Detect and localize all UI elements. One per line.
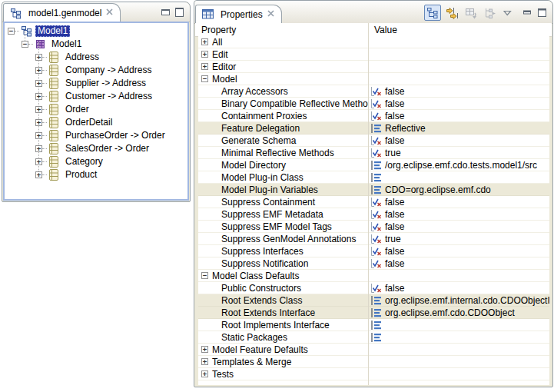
category-row-edit[interactable]: +Edit bbox=[198, 48, 549, 61]
tree-item-label[interactable]: Supplier -> Address bbox=[63, 78, 148, 89]
property-value-cell[interactable]: false bbox=[368, 98, 549, 109]
show-categories-icon[interactable] bbox=[424, 5, 441, 21]
property-value-cell[interactable] bbox=[368, 320, 549, 331]
tree-item-label[interactable]: Model1 bbox=[35, 25, 70, 37]
tree-item-company-address[interactable]: +Company -> Address bbox=[5, 64, 187, 77]
property-value-cell[interactable]: org.eclipse.emf.cdo.CDOObject bbox=[368, 307, 549, 318]
tree-item-order[interactable]: +Order bbox=[5, 103, 187, 116]
category-row-tests[interactable]: +Tests bbox=[198, 368, 549, 380]
expand-toggle[interactable]: + bbox=[35, 93, 42, 100]
expand-toggle[interactable]: + bbox=[35, 80, 42, 87]
expand-toggle[interactable]: + bbox=[35, 54, 42, 61]
property-value-cell[interactable]: false bbox=[368, 86, 549, 97]
property-value-cell[interactable]: CDO=org.eclipse.emf.cdo bbox=[368, 184, 549, 195]
tree-item-orderdetail[interactable]: +OrderDetail bbox=[5, 116, 187, 129]
property-value-cell[interactable]: false bbox=[368, 197, 549, 208]
tree-item-label[interactable]: Order bbox=[63, 104, 91, 115]
property-row-suppress-containment[interactable]: Suppress Containmentfalse bbox=[198, 196, 549, 208]
property-value-cell[interactable]: false bbox=[368, 209, 549, 220]
property-row-root-implements-interface[interactable]: Root Implements Interface bbox=[198, 319, 549, 331]
tree-item-label[interactable]: Customer -> Address bbox=[63, 91, 154, 102]
property-row-minimal-reflective-methods[interactable]: Minimal Reflective Methodstrue bbox=[198, 147, 549, 159]
property-value-cell[interactable]: true bbox=[368, 148, 549, 158]
property-value-cell[interactable]: false bbox=[368, 283, 549, 294]
tree-item-label[interactable]: PurchaseOrder -> Order bbox=[63, 130, 168, 141]
tree-item-model1[interactable]: −Model1 bbox=[5, 38, 187, 51]
maximize-icon[interactable] bbox=[175, 8, 184, 17]
expand-toggle[interactable]: + bbox=[35, 132, 42, 139]
expand-toggle[interactable]: + bbox=[201, 346, 208, 353]
property-row-suppress-emf-metadata[interactable]: Suppress EMF Metadatafalse bbox=[198, 208, 549, 221]
close-icon[interactable] bbox=[267, 9, 275, 20]
expand-toggle[interactable]: + bbox=[35, 158, 42, 165]
property-value-cell[interactable]: false bbox=[368, 258, 549, 269]
property-value-cell[interactable]: false bbox=[368, 135, 549, 146]
property-value-cell[interactable]: Reflective bbox=[368, 123, 549, 134]
tree-item-label[interactable]: Model1 bbox=[49, 38, 84, 50]
expand-toggle[interactable]: + bbox=[201, 38, 208, 45]
property-row-model-plug-in-class[interactable]: Model Plug-in Class bbox=[198, 171, 549, 184]
tree-item-label[interactable]: Category bbox=[63, 156, 105, 168]
expand-toggle[interactable]: + bbox=[201, 370, 208, 377]
property-row-suppress-genmodel-annotations[interactable]: Suppress GenModel Annotationstrue bbox=[198, 233, 549, 245]
maximize-icon[interactable] bbox=[536, 5, 548, 21]
tree-item-address[interactable]: +Address bbox=[5, 51, 187, 64]
property-value-cell[interactable]: org.eclipse.emf.internal.cdo.CDOObjectIm… bbox=[368, 295, 549, 306]
property-row-binary-compatible-reflective-methods[interactable]: Binary Compatible Reflective Methodsfals… bbox=[198, 98, 549, 110]
tree-item-label[interactable]: SalesOrder -> Order bbox=[63, 143, 151, 154]
minimize-icon[interactable] bbox=[521, 5, 533, 21]
property-row-containment-proxies[interactable]: Containment Proxiesfalse bbox=[198, 110, 549, 122]
expand-toggle[interactable]: − bbox=[22, 41, 28, 48]
expand-toggle[interactable]: + bbox=[201, 63, 208, 70]
property-row-static-packages[interactable]: Static Packages bbox=[198, 331, 549, 344]
property-row-root-extends-interface[interactable]: Root Extends Interfaceorg.eclipse.emf.cd… bbox=[198, 307, 549, 319]
tab-properties[interactable]: Properties bbox=[195, 5, 282, 24]
property-row-suppress-emf-model-tags[interactable]: Suppress EMF Model Tagsfalse bbox=[198, 221, 549, 233]
property-value-cell[interactable] bbox=[368, 332, 549, 343]
tree-item-customer-address[interactable]: +Customer -> Address bbox=[5, 90, 187, 103]
property-value-cell[interactable] bbox=[368, 172, 549, 183]
category-row-all[interactable]: +All bbox=[198, 36, 549, 48]
property-row-feature-delegation[interactable]: Feature DelegationReflective bbox=[198, 122, 549, 135]
tree-item-purchaseorder-order[interactable]: +PurchaseOrder -> Order bbox=[5, 129, 187, 142]
category-row-model-feature-defaults[interactable]: +Model Feature Defaults bbox=[198, 344, 549, 356]
property-value-cell[interactable]: true bbox=[368, 234, 549, 244]
property-value-cell[interactable]: false bbox=[368, 221, 549, 232]
expand-toggle[interactable]: + bbox=[35, 119, 42, 126]
column-header-value[interactable]: Value bbox=[369, 25, 397, 35]
expand-toggle[interactable]: + bbox=[35, 171, 42, 178]
tree-item-category[interactable]: +Category bbox=[5, 155, 187, 168]
view-menu-icon[interactable] bbox=[501, 5, 513, 21]
expand-toggle[interactable]: + bbox=[201, 51, 208, 58]
property-row-model-plug-in-variables[interactable]: Model Plug-in VariablesCDO=org.eclipse.e… bbox=[198, 184, 549, 196]
tree-item-label[interactable]: Address bbox=[63, 51, 101, 63]
property-value-cell[interactable]: false bbox=[368, 246, 549, 257]
category-row-editor[interactable]: +Editor bbox=[198, 61, 549, 73]
minimize-icon[interactable] bbox=[161, 9, 170, 15]
tab-model1-genmodel[interactable]: model1.genmodel bbox=[3, 3, 121, 22]
expand-toggle[interactable]: + bbox=[35, 67, 42, 74]
property-row-suppress-notification[interactable]: Suppress Notificationfalse bbox=[198, 257, 549, 270]
property-row-array-accessors[interactable]: Array Accessorsfalse bbox=[198, 85, 549, 98]
property-row-root-extends-class[interactable]: Root Extends Classorg.eclipse.emf.intern… bbox=[198, 294, 549, 307]
expand-toggle[interactable]: + bbox=[35, 145, 42, 152]
tree-item-model1[interactable]: −Model1 bbox=[5, 25, 187, 38]
property-value-cell[interactable]: /org.eclipse.emf.cdo.tests.model1/src bbox=[368, 160, 549, 171]
tree-item-salesorder-order[interactable]: +SalesOrder -> Order bbox=[5, 142, 187, 155]
tree-item-product[interactable]: +Product bbox=[5, 168, 187, 181]
expand-toggle[interactable]: − bbox=[201, 75, 208, 82]
tree-item-label[interactable]: Product bbox=[63, 169, 99, 181]
tree-item-supplier-address[interactable]: +Supplier -> Address bbox=[5, 77, 187, 90]
property-row-model-directory[interactable]: Model Directory/org.eclipse.emf.cdo.test… bbox=[198, 159, 549, 171]
column-header-property[interactable]: Property bbox=[195, 23, 369, 36]
property-value-cell[interactable]: false bbox=[368, 111, 549, 121]
show-advanced-icon[interactable] bbox=[443, 5, 460, 21]
category-row-model[interactable]: −Model bbox=[198, 73, 549, 85]
expand-toggle[interactable]: − bbox=[201, 272, 208, 279]
category-row-model-class-defaults[interactable]: −Model Class Defaults bbox=[198, 270, 549, 282]
tree-item-label[interactable]: OrderDetail bbox=[63, 117, 114, 128]
expand-toggle[interactable]: − bbox=[8, 28, 15, 35]
category-row-templates-merge[interactable]: +Templates & Merge bbox=[198, 356, 549, 368]
expand-toggle[interactable]: + bbox=[35, 106, 42, 113]
property-row-generate-schema[interactable]: Generate Schemafalse bbox=[198, 135, 549, 147]
